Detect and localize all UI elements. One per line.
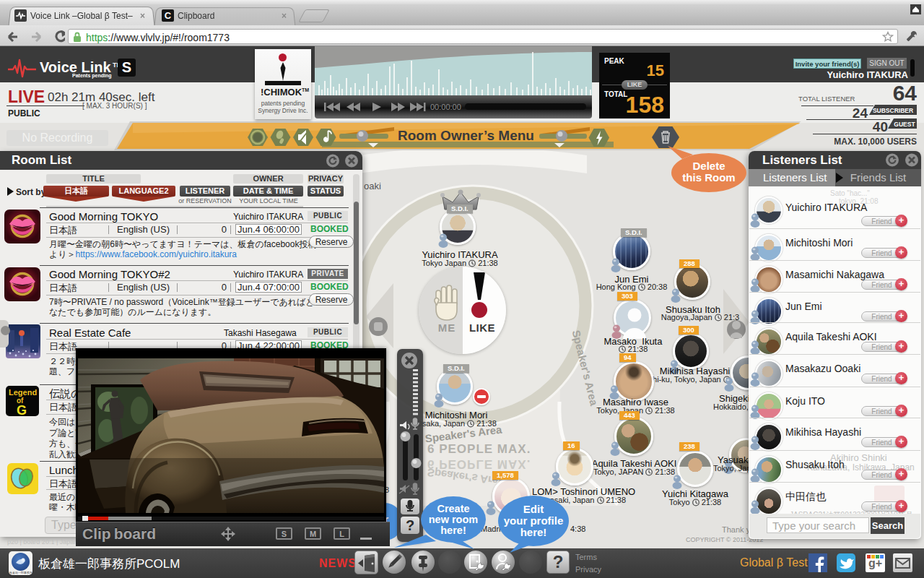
- svg-text:G: G: [17, 403, 27, 416]
- svg-text:your profile: your profile: [504, 514, 564, 527]
- svg-text:new room: new room: [429, 514, 478, 525]
- svg-text:here!: here!: [520, 526, 547, 538]
- svg-text:Legend: Legend: [9, 388, 37, 397]
- svg-text:this Room: this Room: [682, 171, 735, 184]
- svg-text:GUEST: GUEST: [894, 121, 915, 128]
- svg-text:Delete: Delete: [692, 160, 725, 172]
- svg-text:Edit: Edit: [523, 503, 544, 515]
- svg-text:Create: Create: [437, 503, 469, 514]
- svg-text:SUBSCRIBER: SUBSCRIBER: [873, 107, 913, 114]
- svg-text:here!: here!: [440, 525, 466, 536]
